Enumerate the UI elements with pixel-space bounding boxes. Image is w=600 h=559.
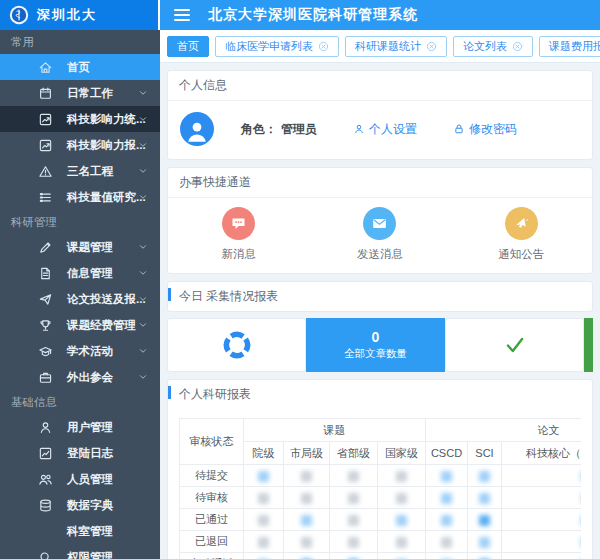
sidebar-item[interactable]: 人员管理 xyxy=(0,466,160,492)
warning-icon xyxy=(38,164,53,179)
stat-label: 全部文章数量 xyxy=(344,347,407,361)
content-area: 个人信息 角色：管理员 个人设置 xyxy=(160,63,600,559)
sidebar-item[interactable]: 科室管理 xyxy=(0,518,160,544)
blurred-value[interactable] xyxy=(301,515,312,526)
blurred-value xyxy=(396,471,407,482)
sidebar-item[interactable]: 课题经费管理 xyxy=(0,312,160,338)
stat-value: 0 xyxy=(372,329,380,345)
sidebar-item-label: 登陆日志 xyxy=(67,446,113,461)
loader-icon xyxy=(223,331,251,359)
change-password-link[interactable]: 修改密码 xyxy=(453,121,517,138)
table-header-status: 审核状态 xyxy=(180,419,244,465)
sidebar-item-label: 课题经费管理 xyxy=(67,318,136,333)
sidebar-item[interactable]: 数据字典 xyxy=(0,492,160,518)
blurred-value xyxy=(396,493,407,504)
blurred-value[interactable] xyxy=(479,493,490,504)
table-row: 已通过 xyxy=(180,509,582,531)
sidebar-item[interactable]: 权限管理 xyxy=(0,544,160,559)
sidebar-item[interactable]: 科技量值研究... xyxy=(0,184,160,210)
role-text: 角色：管理员 xyxy=(241,121,317,138)
quick-action[interactable]: 通知公告 xyxy=(451,207,592,262)
main-area: 首页临床医学申请列表科研课题统计论文列表课题费用报表用户列表 个人信息 角色：管… xyxy=(160,30,600,559)
profile-body: 角色：管理员 个人设置 修改密码 xyxy=(168,101,592,159)
chat-icon xyxy=(222,207,255,240)
mail-icon xyxy=(363,207,396,240)
stat-box-green[interactable] xyxy=(584,318,593,372)
sidebar-section-header: 科研管理 xyxy=(0,210,160,234)
stat-box-total-articles[interactable]: 0 全部文章数量 xyxy=(306,318,445,372)
role-label: 角色： xyxy=(241,122,277,136)
sidebar-item-label: 权限管理 xyxy=(67,550,113,559)
blurred-value[interactable] xyxy=(479,537,490,548)
sidebar-item-label: 科室管理 xyxy=(67,524,113,539)
sidebar-item[interactable]: 信息管理 xyxy=(0,260,160,286)
app-window: 深圳北大 北京大学深圳医院科研管理系统 常用首页日常工作科技影响力统...科技影… xyxy=(0,0,600,559)
quick-channel-body: 新消息发送消息通知公告 xyxy=(168,198,592,273)
table-group-header: 论文 xyxy=(426,419,582,442)
blurred-value xyxy=(348,471,359,482)
tab[interactable]: 论文列表 xyxy=(453,36,533,57)
chevron-down-icon xyxy=(138,346,148,356)
people-icon xyxy=(38,472,53,487)
table-column-header: 国家级 xyxy=(378,442,426,465)
chevron-down-icon xyxy=(138,88,148,98)
table-column-header: SCI xyxy=(468,442,502,465)
table-cell xyxy=(502,465,582,487)
table-cell xyxy=(244,465,284,487)
quick-action[interactable]: 新消息 xyxy=(168,207,309,262)
blurred-value[interactable] xyxy=(441,515,452,526)
blurred-value[interactable] xyxy=(479,515,490,526)
close-icon[interactable] xyxy=(426,41,437,52)
sidebar-item[interactable]: 学术活动 xyxy=(0,338,160,364)
stat-box-check[interactable] xyxy=(445,318,584,372)
report-table-wrap: 审核状态课题论文院级市局级省部级国家级CSCDSCI科技核心（统计源）期刊待提交… xyxy=(179,418,581,559)
tab-label: 首页 xyxy=(177,39,199,54)
table-cell xyxy=(502,531,582,553)
blurred-value xyxy=(301,471,312,482)
quick-channel-title: 办事快捷通道 xyxy=(168,168,592,198)
sidebar-item[interactable]: 首页 xyxy=(0,54,160,80)
table-column-header: 省部级 xyxy=(330,442,378,465)
blurred-value[interactable] xyxy=(441,471,452,482)
personal-settings-link[interactable]: 个人设置 xyxy=(353,121,417,138)
document-icon xyxy=(38,266,53,281)
lock-icon xyxy=(453,123,465,135)
blurred-value[interactable] xyxy=(479,471,490,482)
tab-label: 科研课题统计 xyxy=(355,39,421,54)
blurred-value xyxy=(301,493,312,504)
role-value: 管理员 xyxy=(281,122,317,136)
sidebar-item[interactable]: 三名工程 xyxy=(0,158,160,184)
stat-box-loader[interactable] xyxy=(167,318,306,372)
sidebar-item[interactable]: 科技影响力统... xyxy=(0,106,160,132)
sidebar-item-label: 日常工作 xyxy=(67,86,113,101)
menu-toggle-icon[interactable] xyxy=(174,9,190,21)
avatar[interactable] xyxy=(180,112,214,146)
page-title: 北京大学深圳医院科研管理系统 xyxy=(208,6,418,24)
sidebar-item[interactable]: 外出参会 xyxy=(0,364,160,390)
tab[interactable]: 首页 xyxy=(167,36,209,57)
quick-action[interactable]: 发送消息 xyxy=(309,207,450,262)
sidebar-item-label: 用户管理 xyxy=(67,420,113,435)
table-cell xyxy=(502,487,582,509)
sidebar-item-label: 外出参会 xyxy=(67,370,113,385)
blurred-value xyxy=(258,537,269,548)
sidebar-item[interactable]: 登陆日志 xyxy=(0,440,160,466)
sidebar-item[interactable]: 课题管理 xyxy=(0,234,160,260)
tab[interactable]: 科研课题统计 xyxy=(345,36,447,57)
sidebar-item[interactable]: 论文投送及报... xyxy=(0,286,160,312)
sidebar-item[interactable]: 用户管理 xyxy=(0,414,160,440)
blurred-value[interactable] xyxy=(258,471,269,482)
sidebar-item[interactable]: 日常工作 xyxy=(0,80,160,106)
table-cell xyxy=(502,509,582,531)
table-cell xyxy=(426,487,468,509)
sidebar-item[interactable]: 科技影响力报... xyxy=(0,132,160,158)
blurred-value[interactable] xyxy=(396,515,407,526)
quick-action-label: 新消息 xyxy=(221,247,256,262)
blurred-value[interactable] xyxy=(441,493,452,504)
close-icon[interactable] xyxy=(318,41,329,52)
tab[interactable]: 临床医学申请列表 xyxy=(215,36,339,57)
trophy-icon xyxy=(38,318,53,333)
tab[interactable]: 课题费用报表 xyxy=(539,36,600,57)
close-icon[interactable] xyxy=(512,41,523,52)
row-status-label: 待审核 xyxy=(180,487,244,509)
